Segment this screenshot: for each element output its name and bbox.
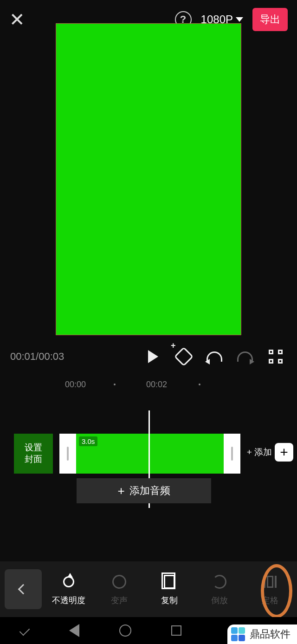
nav-home-icon[interactable] [119,624,131,637]
caret-down-icon [236,17,243,22]
clip-trim-left[interactable] [59,434,76,474]
watermark: 鼎品软件 [227,624,297,644]
video-clip[interactable]: 3.0s [59,434,240,474]
tool-back-button[interactable] [5,569,42,609]
nav-back-icon[interactable] [69,624,79,637]
nav-menu-icon[interactable] [19,625,30,636]
plus-icon: + [117,484,124,498]
keyframe-button[interactable]: + [172,345,196,369]
time-display: 00:01/00:03 [10,351,135,363]
clip-trim-right[interactable] [224,434,240,474]
tool-voice-change[interactable]: 变声 [101,572,138,606]
reverse-icon [213,575,226,589]
tool-opacity[interactable]: 不透明度 [50,572,87,606]
redo-button[interactable] [233,345,257,369]
undo-button[interactable] [202,345,226,369]
ruler-tick: 00:00 [65,380,86,390]
add-clip-label: + 添加 [247,446,272,458]
clip-body[interactable]: 3.0s [76,434,224,474]
tool-copy[interactable]: 复制 [151,572,188,606]
ruler-dot [114,384,116,385]
fullscreen-button[interactable] [264,345,288,369]
tool-freeze-frame[interactable]: 定格 [252,572,289,606]
add-audio-button[interactable]: + 添加音频 [77,478,211,503]
preview-canvas[interactable] [56,23,241,335]
nav-recent-icon[interactable] [171,625,181,636]
voice-icon [112,575,126,589]
opacity-icon [63,576,74,587]
copy-icon [164,575,175,589]
ruler-dot [199,384,200,385]
set-cover-button[interactable]: 设置 封面 [14,434,53,474]
timeline-ruler[interactable]: 00:00 00:02 [0,377,297,392]
tool-reverse[interactable]: 倒放 [201,572,238,606]
watermark-logo-icon [231,626,247,642]
clip-duration-badge: 3.0s [79,436,97,446]
add-clip-button[interactable]: + [275,443,293,462]
chevron-left-icon [18,584,29,595]
freeze-icon [263,575,278,588]
ruler-tick: 00:02 [146,380,167,390]
add-audio-label: 添加音频 [129,484,170,498]
play-button[interactable] [141,345,165,369]
